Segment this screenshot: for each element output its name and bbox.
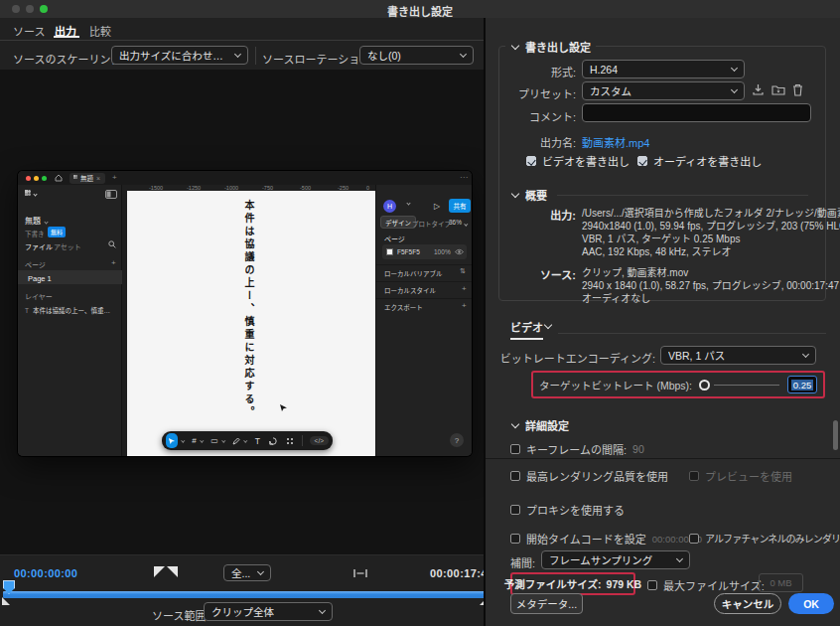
max-file-size-checkbox[interactable]	[647, 580, 657, 590]
mark-out-icon[interactable]	[167, 566, 178, 577]
figma-right-panel: H ▷ 共有 デザイン プロトタイプ 36% ページ F5F5F5 100 % …	[375, 185, 472, 456]
export-section-label[interactable]: エクスポート	[384, 302, 423, 312]
figma-file-tab[interactable]: ファイル	[25, 241, 53, 251]
output-name-link[interactable]: 動画素材.mp4	[582, 134, 649, 150]
cancel-button[interactable]: キャンセル	[714, 593, 781, 614]
canvas-vertical-text[interactable]: 本件は協議の上ー、慎重に対応する。	[241, 200, 256, 433]
eye-icon[interactable]	[455, 248, 464, 255]
ok-button[interactable]: OK	[788, 593, 834, 614]
target-bitrate-annotation: ターゲットビットレート (Mbps): 0.25	[531, 371, 825, 398]
tab-source[interactable]: ソース	[13, 23, 45, 39]
max-render-row: 最高レンダリング品質を使用	[510, 468, 668, 484]
present-play-icon[interactable]: ▷	[434, 202, 440, 211]
tabs-divider	[0, 40, 484, 41]
pen-tool-button[interactable]	[232, 437, 240, 445]
home-icon[interactable]	[55, 174, 63, 182]
import-preset-icon[interactable]	[771, 83, 785, 95]
chevron-down-icon[interactable]	[200, 439, 204, 443]
save-preset-icon[interactable]	[752, 83, 765, 96]
add-page-icon[interactable]: +	[111, 258, 116, 267]
dev-mode-toggle[interactable]: </>	[310, 436, 329, 445]
tab-prototype[interactable]: プロトタイプ	[412, 219, 451, 229]
text-tool-button[interactable]: T	[255, 436, 260, 446]
chevron-down-icon	[731, 64, 738, 71]
bitrate-encoding-label: ビットレートエンコーディング:	[486, 350, 655, 366]
avatar[interactable]: H	[383, 200, 396, 213]
dialog-title: 書き出し設定	[0, 3, 840, 19]
comment-tool-button[interactable]	[269, 437, 277, 445]
format-dropdown[interactable]: H.264	[582, 60, 745, 78]
delete-preset-icon[interactable]	[792, 83, 803, 96]
format-label: 形式:	[486, 64, 576, 79]
page-color-row[interactable]: F5F5F5 100 %	[382, 244, 467, 259]
move-tool-button[interactable]	[166, 433, 178, 448]
comment-input[interactable]	[582, 103, 811, 122]
video-section-header[interactable]: ビデオ	[510, 319, 826, 340]
chevron-down-icon[interactable]	[406, 201, 410, 205]
bitrate-encoding-dropdown[interactable]: VBR, 1 パス	[660, 346, 816, 365]
percent-sign: %	[445, 248, 451, 255]
figma-doc-title[interactable]: 無題	[25, 215, 48, 226]
interpolation-dropdown[interactable]: フレームサンプリング	[541, 550, 690, 569]
estimated-size-annotation: 予測ファイルサイズ: 979 KB	[510, 572, 635, 595]
max-render-checkbox[interactable]	[510, 471, 520, 481]
add-export-icon[interactable]: +	[462, 301, 467, 310]
bitrate-slider-track[interactable]	[714, 385, 779, 386]
figma-traffic-close-icon	[26, 176, 31, 181]
share-button[interactable]: 共有	[449, 199, 471, 213]
close-icon[interactable]: ×	[96, 175, 100, 182]
timeline-track[interactable]	[3, 591, 488, 598]
chevron-down-icon[interactable]	[221, 439, 225, 443]
figma-assets-tab[interactable]: アセット	[54, 241, 81, 251]
chevron-down-icon	[731, 85, 738, 92]
metadata-button[interactable]: メタデータ...	[510, 593, 583, 614]
tab-compare[interactable]: 比較	[89, 23, 111, 39]
local-variables-label[interactable]: ローカルバリアブル	[384, 268, 443, 278]
new-tab-icon[interactable]: +	[112, 173, 117, 182]
summary-header[interactable]: 概要	[510, 187, 808, 203]
figma-canvas[interactable]: -1500 -1250 -1000 -750 -500 -250 0 本件は協議…	[122, 185, 375, 456]
actions-tool-button[interactable]	[286, 437, 294, 445]
figma-page-item[interactable]: Page 1	[18, 270, 122, 284]
toolbar-divider	[302, 435, 303, 446]
use-previews-checkbox	[689, 471, 699, 481]
export-audio-checkbox[interactable]	[637, 156, 647, 166]
chevron-down-icon	[319, 606, 326, 613]
local-styles-label[interactable]: ローカルスタイル	[384, 285, 436, 295]
use-proxies-checkbox[interactable]	[510, 505, 520, 515]
preview-zoom-dropdown[interactable]: 全...	[223, 564, 271, 581]
search-icon[interactable]	[108, 240, 116, 248]
figma-main-menu[interactable]	[25, 190, 37, 199]
export-settings-header[interactable]: 書き出し設定	[505, 39, 596, 55]
target-bitrate-field[interactable]: 0.25	[787, 376, 817, 393]
keyframe-checkbox[interactable]	[510, 444, 520, 454]
variables-swap-icon[interactable]: ⇅	[460, 267, 466, 275]
frame-tool-button[interactable]: #	[192, 436, 196, 445]
chevron-down-icon[interactable]	[244, 439, 248, 443]
figma-doc-tab[interactable]: 無題 ×	[70, 173, 105, 185]
export-video-checkbox[interactable]	[526, 156, 536, 166]
chevron-down-icon	[234, 50, 241, 57]
preset-dropdown[interactable]: カスタム	[582, 81, 745, 100]
scaling-dropdown[interactable]: 出力サイズに合わせてス...	[111, 46, 248, 65]
source-range-dropdown[interactable]: クリップ全体	[204, 602, 333, 621]
bitrate-slider-handle[interactable]	[699, 380, 710, 391]
alpha-only-checkbox[interactable]	[689, 534, 699, 544]
mark-in-icon[interactable]	[154, 566, 165, 577]
advanced-settings-header[interactable]: 詳細設定	[510, 417, 569, 433]
scrollbar-thumb[interactable]	[833, 420, 838, 450]
rotation-dropdown[interactable]: なし(0)	[359, 46, 474, 65]
tab-design[interactable]: デザイン	[380, 216, 416, 229]
toggle-sidebar-icon[interactable]	[105, 190, 117, 199]
shape-tool-button[interactable]: ▭	[210, 436, 218, 445]
start-timecode-checkbox[interactable]	[510, 534, 520, 544]
help-button[interactable]: ?	[450, 433, 464, 447]
color-swatch[interactable]	[386, 248, 393, 255]
range-start-handle[interactable]	[2, 597, 10, 605]
figma-text-layer[interactable]: T 本件は協議の上ー、慎重に対応する。	[25, 305, 118, 315]
zoom-level[interactable]: 36%	[449, 219, 468, 226]
window-menu-icon[interactable]: ⋯	[460, 173, 468, 182]
chevron-down-icon[interactable]	[181, 439, 185, 443]
add-style-icon[interactable]: +	[462, 284, 467, 293]
fit-icon[interactable]	[353, 568, 367, 578]
